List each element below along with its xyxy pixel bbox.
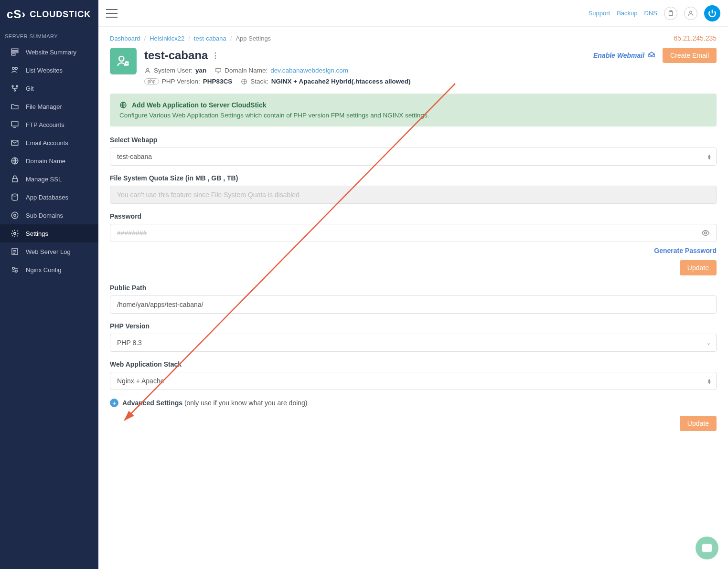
svg-rect-8: [11, 122, 18, 126]
svg-point-28: [705, 232, 707, 234]
svg-point-4: [15, 67, 18, 70]
svg-point-15: [14, 232, 16, 235]
enable-webmail-label: Enable Webmail: [593, 52, 644, 59]
svg-point-17: [12, 267, 15, 270]
advanced-settings-hint: (only use if you know what you are doing…: [182, 399, 307, 407]
folder-icon: [11, 102, 19, 111]
generate-password-link[interactable]: Generate Password: [654, 247, 717, 254]
svg-point-22: [119, 56, 124, 61]
svg-point-7: [14, 90, 16, 91]
logo[interactable]: cS› CLOUDSTICK: [0, 0, 98, 29]
sidebar-item-label: Sub Domains: [26, 212, 63, 219]
logo-mark-icon: cS›: [7, 8, 26, 21]
ftp-icon: [11, 120, 19, 129]
chat-bubble-button[interactable]: [696, 537, 718, 559]
breadcrumb-server[interactable]: Helsinkicx22: [150, 35, 184, 42]
sidebar-item-domain-name[interactable]: Domain Name: [0, 152, 98, 170]
user-small-icon: [144, 67, 151, 74]
update-button[interactable]: Update: [680, 416, 717, 431]
advanced-settings-toggle[interactable]: + Advanced Settings (only use if you kno…: [110, 399, 717, 407]
sidebar: cS› CLOUDSTICK SERVER SUMMARY Website Su…: [0, 0, 98, 569]
list-icon: [11, 66, 19, 74]
server-ip: 65.21.245.235: [674, 34, 717, 42]
clipboard-icon[interactable]: [664, 7, 677, 20]
sidebar-item-sub-domains[interactable]: Sub Domains: [0, 206, 98, 224]
svg-rect-0: [11, 49, 18, 50]
svg-rect-11: [12, 179, 18, 182]
info-box: Add Web Application to Server CloudStick…: [110, 94, 717, 126]
advanced-settings-label: Advanced Settings: [122, 399, 182, 407]
lock-icon: [11, 175, 19, 183]
power-button[interactable]: [704, 5, 720, 21]
sidebar-item-label: FTP Accounts: [26, 121, 64, 128]
dns-link[interactable]: DNS: [644, 10, 657, 17]
sidebar-item-git[interactable]: Git: [0, 79, 98, 97]
breadcrumb-sep: /: [188, 35, 190, 42]
sidebar-item-label: Git: [26, 85, 34, 92]
password-input[interactable]: [110, 224, 717, 242]
sidebar-item-label: List Websites: [26, 67, 63, 74]
php-version-meta: php PHP Version: PHP83CS: [144, 78, 232, 85]
php-badge-icon: php: [144, 78, 159, 84]
enable-webmail-link[interactable]: Enable Webmail: [593, 51, 656, 60]
subdomain-icon: [11, 211, 19, 220]
public-path-label: Public Path: [110, 284, 717, 292]
user-icon[interactable]: [684, 7, 697, 20]
sidebar-item-list-websites[interactable]: List Websites: [0, 61, 98, 79]
sidebar-item-settings[interactable]: Settings: [0, 224, 98, 242]
svg-rect-2: [11, 54, 15, 55]
select-webapp-dropdown[interactable]: test-cabana: [110, 148, 717, 166]
summary-icon: [11, 48, 19, 56]
app-header: test-cabana ⋮ Enable Webmail Create Emai…: [110, 48, 717, 85]
eye-icon[interactable]: [701, 229, 710, 237]
sidebar-item-label: Settings: [26, 230, 48, 237]
domain-link[interactable]: dev.cabanawebdesign.com: [270, 67, 348, 74]
backup-link[interactable]: Backup: [617, 10, 637, 17]
main-area: Support Backup DNS Dashboard / Helsinkic…: [98, 0, 728, 569]
sidebar-item-file-manager[interactable]: File Manager: [0, 97, 98, 116]
log-icon: [11, 247, 19, 256]
content: Dashboard / Helsinkicx22 / test-cabana /…: [98, 27, 728, 454]
public-path-input[interactable]: [110, 295, 717, 314]
mail-icon: [11, 138, 19, 147]
sidebar-item-website-summary[interactable]: Website Summary: [0, 43, 98, 61]
svg-point-14: [14, 214, 16, 217]
sidebar-item-web-server-log[interactable]: Web Server Log: [0, 242, 98, 261]
sidebar-item-manage-ssl[interactable]: Manage SSL: [0, 170, 98, 188]
breadcrumb-app[interactable]: test-cabana: [194, 35, 226, 42]
breadcrumb-dashboard[interactable]: Dashboard: [110, 35, 140, 42]
sidebar-item-nginx-config[interactable]: Nginx Config: [0, 261, 98, 279]
sidebar-item-app-databases[interactable]: App Databases: [0, 188, 98, 206]
hamburger-menu-button[interactable]: [106, 9, 118, 18]
domain-meta: Domain Name: dev.cabanawebdesign.com: [215, 67, 348, 74]
globe-icon: [11, 157, 19, 165]
breadcrumb-current: App Settings: [236, 35, 271, 42]
sidebar-item-label: Website Summary: [26, 49, 76, 56]
sidebar-item-email-accounts[interactable]: Email Accounts: [0, 134, 98, 152]
support-link[interactable]: Support: [589, 10, 610, 17]
system-user-meta: System User: yan: [144, 67, 206, 74]
sidebar-item-label: Web Server Log: [26, 248, 71, 255]
info-box-desc: Configure Various Web Application Settin…: [119, 112, 707, 119]
svg-point-6: [16, 85, 18, 87]
webmail-icon: [647, 51, 656, 60]
php-version-dropdown[interactable]: PHP 8.3: [110, 334, 717, 352]
svg-rect-25: [216, 68, 221, 72]
stack-label: Web Application Stack: [110, 360, 717, 368]
globe-small-icon: [241, 78, 247, 85]
create-email-button[interactable]: Create Email: [663, 48, 717, 63]
quota-input: [110, 186, 717, 204]
sidebar-item-ftp-accounts[interactable]: FTP Accounts: [0, 116, 98, 134]
svg-point-24: [147, 68, 149, 71]
info-box-title-text: Add Web Application to Server CloudStick: [132, 101, 267, 109]
brand-text: CLOUDSTICK: [30, 10, 91, 20]
breadcrumb: Dashboard / Helsinkicx22 / test-cabana /…: [110, 34, 717, 42]
app-title: test-cabana: [144, 49, 208, 62]
config-icon: [11, 265, 19, 274]
stack-dropdown[interactable]: Nginx + Apache: [110, 372, 717, 390]
app-kebab-menu-icon[interactable]: ⋮: [212, 51, 219, 60]
svg-point-13: [11, 212, 18, 219]
sidebar-item-label: Domain Name: [26, 158, 65, 165]
update-password-button[interactable]: Update: [680, 260, 717, 275]
sidebar-item-label: Nginx Config: [26, 266, 61, 274]
